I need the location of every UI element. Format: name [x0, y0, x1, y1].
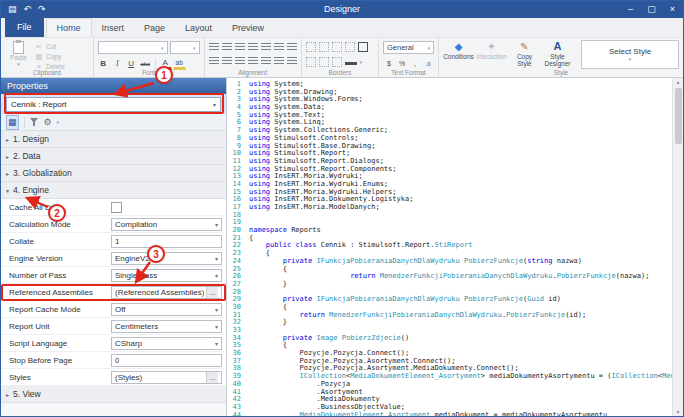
chevron-down-icon: ▾ — [427, 45, 430, 51]
chevron-down-icon: ▾ — [215, 221, 218, 228]
window-title: Designer — [1, 1, 683, 18]
property-value[interactable]: (Referenced Assemblies)… — [111, 286, 222, 299]
ribbon: Paste ▾ ✂Cut ▥Copy ×Delete Clipboard ▾ ▾… — [1, 37, 683, 78]
section-3-globalization[interactable]: ▸3. Globalization — [1, 165, 226, 182]
scroll-down-icon[interactable]: ▼ — [676, 408, 681, 416]
chevron-down-icon: ▾ — [215, 272, 218, 279]
property-value[interactable]: Single Pass▾ — [111, 269, 222, 282]
indent-increase-icon[interactable] — [287, 57, 297, 65]
section-5-view[interactable]: ▸5. View — [1, 386, 226, 403]
ribbon-group-style: ◆Conditions ✦Interaction ✎Copy Style ASt… — [439, 38, 683, 77]
vertical-scrollbar[interactable]: ▲ ▼ — [672, 78, 683, 416]
align-right-icon[interactable] — [235, 43, 245, 51]
property-value[interactable]: 0 — [111, 354, 222, 367]
interaction-button[interactable]: ✦Interaction — [476, 40, 507, 60]
browse-button[interactable]: … — [206, 287, 218, 298]
group-label-borders: Borders — [302, 69, 378, 76]
filter-icon[interactable] — [30, 117, 39, 127]
select-style-gallery[interactable]: Select Style ▾ — [581, 40, 679, 69]
properties-toolbar: ▦ ⚙ ▾ — [1, 114, 226, 131]
tab-home[interactable]: Home — [46, 18, 92, 37]
property-value[interactable]: (Styles)… — [111, 371, 222, 384]
property-value[interactable]: EngineV2▾ — [111, 252, 222, 265]
property-value[interactable]: Centimeters▾ — [111, 320, 222, 333]
property-value[interactable]: Off▾ — [111, 303, 222, 316]
chevron-down-icon[interactable]: ▾ — [57, 119, 60, 125]
align-middle-icon[interactable] — [274, 43, 284, 51]
cut-button[interactable]: ✂Cut — [35, 42, 65, 51]
align-bottom-icon[interactable] — [287, 43, 297, 51]
tab-preview[interactable]: Preview — [222, 19, 274, 37]
border-none-icon[interactable] — [306, 57, 316, 67]
save-icon[interactable]: ▤ — [8, 1, 17, 18]
text-align-center-icon[interactable] — [222, 57, 232, 65]
chevron-down-icon: ▾ — [360, 59, 363, 65]
properties-grid-icon[interactable]: ▦ — [6, 115, 19, 130]
border-outside-icon[interactable] — [319, 57, 329, 67]
style-designer-button[interactable]: AStyle Designer — [542, 40, 573, 67]
code-editor[interactable]: 1234567891011121314151617181920212223242… — [227, 78, 683, 416]
maximize-button[interactable]: ▢ — [641, 1, 662, 18]
scroll-up-icon[interactable]: ▲ — [676, 78, 681, 86]
border-style-icon[interactable] — [345, 62, 357, 65]
code-line: return MenedzerFunkcjiPobieraniaDanychDl… — [249, 312, 672, 320]
border-all-icon[interactable] — [358, 42, 368, 52]
section-4-engine[interactable]: ▾4. Engine — [1, 182, 226, 199]
border-top-icon[interactable] — [306, 42, 316, 52]
align-center-icon[interactable] — [222, 43, 232, 51]
section-2-data[interactable]: ▸2. Data — [1, 148, 226, 165]
chevron-down-icon: ▾ — [215, 255, 218, 262]
text-format-select[interactable]: General▾ — [383, 41, 434, 54]
property-value[interactable]: Compilation▾ — [111, 218, 222, 231]
border-bottom-icon[interactable] — [319, 42, 329, 52]
report-object-select[interactable]: Cennik : Report ▾ — [6, 97, 221, 112]
copy-style-button[interactable]: ✎Copy Style — [509, 40, 540, 67]
rotate-text-icon[interactable] — [261, 57, 271, 65]
chevron-down-icon: ▾ — [161, 45, 164, 51]
border-left-icon[interactable] — [332, 42, 342, 52]
section-1-design[interactable]: ▸1. Design — [1, 131, 226, 148]
gear-icon[interactable]: ⚙ — [44, 116, 52, 129]
divider — [24, 117, 25, 128]
text-align-left-icon[interactable] — [209, 57, 219, 65]
property-value[interactable]: CSharp▾ — [111, 337, 222, 350]
tab-insert[interactable]: Insert — [92, 19, 135, 37]
scrollbar-thumb[interactable] — [675, 88, 682, 144]
property-row-stop-before-page: Stop Before Page0 — [1, 352, 226, 369]
redo-icon[interactable]: ↷ — [38, 1, 46, 18]
code-line: } — [249, 319, 672, 327]
align-justify-icon[interactable] — [248, 43, 258, 51]
copy-label: Copy — [46, 53, 61, 60]
border-right-icon[interactable] — [345, 42, 355, 52]
align-left-icon[interactable] — [209, 43, 219, 51]
undo-icon[interactable]: ↶ — [24, 1, 32, 18]
border-inside-icon[interactable] — [332, 57, 342, 67]
ribbon-group-text-format: General▾ $ % , .0 Text Format — [379, 38, 439, 77]
minimize-button[interactable]: – — [620, 1, 641, 18]
conditions-button[interactable]: ◆Conditions — [443, 40, 474, 60]
text-align-right-icon[interactable] — [235, 57, 245, 65]
word-wrap-icon[interactable] — [248, 57, 258, 65]
paste-button[interactable]: Paste ▾ — [5, 40, 32, 71]
style-designer-label: Style Designer — [542, 53, 573, 67]
copy-button[interactable]: ▥Copy — [35, 52, 65, 61]
object-selector-row: Cennik : Report ▾ — [1, 94, 226, 114]
property-label: Referenced Assemblies — [9, 288, 111, 297]
font-size-select[interactable]: ▾ — [170, 41, 200, 54]
font-name-select[interactable]: ▾ — [98, 41, 168, 54]
close-button[interactable]: × — [662, 1, 683, 18]
browse-button[interactable]: … — [206, 372, 218, 383]
align-top-icon[interactable] — [261, 43, 271, 51]
tab-file[interactable]: File — [5, 18, 44, 37]
indent-decrease-icon[interactable] — [274, 57, 284, 65]
copy-style-label: Copy Style — [509, 53, 540, 67]
tab-page[interactable]: Page — [134, 19, 175, 37]
main-area: Properties Cennik : Report ▾ ▦ ⚙ ▾ ▸1. D… — [1, 78, 683, 416]
brush-icon: ✎ — [520, 41, 528, 52]
property-value[interactable]: 1 — [111, 235, 222, 248]
annotation-step-1: 1 — [155, 66, 173, 84]
checkbox[interactable] — [111, 202, 122, 213]
conditions-label: Conditions — [443, 53, 474, 60]
tab-layout[interactable]: Layout — [175, 19, 222, 37]
property-label: Styles — [9, 373, 111, 382]
